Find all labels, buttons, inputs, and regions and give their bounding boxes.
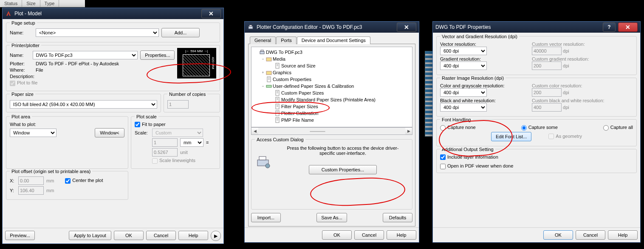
tree-node[interactable]: −Media <box>252 56 411 62</box>
plot-cancel-button[interactable]: Cancel <box>146 231 176 240</box>
printer-large-icon <box>255 153 272 170</box>
y-input[interactable] <box>18 186 44 195</box>
saveas-button[interactable]: Save As... <box>316 213 347 222</box>
tree-node[interactable]: PMP File Name <box>252 117 411 123</box>
close-icon[interactable]: ✕ <box>397 22 416 32</box>
tree-node[interactable]: Custom Properties <box>252 76 411 83</box>
cbw-unit: dpi <box>563 105 569 110</box>
plot-ok-button[interactable]: OK <box>114 231 144 240</box>
tree-node-label: Custom Properties <box>273 76 311 83</box>
preview-button[interactable]: Preview... <box>5 231 35 240</box>
acd-text: Press the following button to access the… <box>277 145 409 156</box>
import-button[interactable]: Import... <box>251 213 281 222</box>
tree-node[interactable]: Filter Paper Sizes <box>252 103 411 110</box>
fit-to-paper-checkbox[interactable]: Fit to paper <box>135 122 166 127</box>
folder-icon <box>266 70 272 76</box>
expand-arrow-icon[interactable]: ▶ <box>211 231 221 241</box>
tree-node[interactable]: +Graphics <box>252 69 411 76</box>
tree-node-label: Modify Standard Paper Sizes (Printable A… <box>281 96 376 103</box>
tree-node-label: Media <box>273 56 285 62</box>
add-button[interactable]: Add... <box>161 28 200 37</box>
scale-unit-select[interactable]: mm <box>180 138 203 147</box>
svg-rect-5 <box>266 58 271 61</box>
radio-capture-some[interactable]: Capture some <box>521 125 558 131</box>
gres-select[interactable]: 400 dpi <box>440 62 487 70</box>
cvres-input[interactable] <box>532 47 562 55</box>
whattoplot-select[interactable]: Window <box>10 129 56 137</box>
as-geometry-checkbox[interactable]: As geometry <box>548 134 582 140</box>
apply-layout-button[interactable]: Apply to Layout <box>69 231 111 240</box>
include-layer-checkbox[interactable]: Include layer information <box>440 154 498 159</box>
ccr-input[interactable] <box>532 88 562 97</box>
tab-general[interactable]: General <box>250 36 276 44</box>
properties-button[interactable]: Properties... <box>140 50 175 60</box>
tree-node-label: Filter Paper Sizes <box>281 103 318 110</box>
background-toolbar: Status Size Type <box>0 0 85 7</box>
pce-help-button[interactable]: Help <box>387 230 416 240</box>
tree-node[interactable]: Modify Standard Paper Sizes (Printable A… <box>252 96 411 103</box>
tree-node-label: PMP File Name <box>281 117 314 123</box>
cbw-label: Custom black and white resolution: <box>532 98 604 103</box>
defaults-button[interactable]: Defaults <box>383 213 412 222</box>
tree-node-label: User-defined Paper Sizes & Calibration <box>273 83 354 90</box>
pce-cancel-button[interactable]: Cancel <box>354 230 384 240</box>
svg-rect-4 <box>261 50 263 51</box>
pce-ok-button[interactable]: OK <box>322 230 352 240</box>
papersize-group: Paper size ISO full bleed A2 (594.00 x 4… <box>6 94 161 112</box>
numcopies-input[interactable] <box>167 100 189 109</box>
plot-title: Plot - Model <box>14 11 42 17</box>
background-fragment <box>425 51 433 137</box>
pagesetup-title: Page setup <box>10 20 37 25</box>
where-label: Where: <box>10 67 33 73</box>
window-button[interactable]: Window< <box>95 128 124 137</box>
close-icon[interactable]: ✕ <box>201 9 221 18</box>
plot-to-file-checkbox[interactable]: Plot to file <box>10 80 37 86</box>
vres-select[interactable]: 600 dpi <box>440 47 487 55</box>
printer-name-select[interactable]: DWG To PDF.pc3 <box>33 51 138 59</box>
pce-titlebar[interactable]: Plotter Configuration Editor - DWG To PD… <box>245 22 419 33</box>
radio-capture-none[interactable]: Capture none <box>440 125 476 131</box>
tree-node-label: DWG To PDF.pc3 <box>266 49 302 56</box>
scale-num-input[interactable] <box>152 138 178 147</box>
help-icon[interactable]: ? <box>603 22 616 32</box>
cgres-input[interactable] <box>532 62 562 70</box>
edit-font-list-button[interactable]: Edit Font List... <box>491 132 531 141</box>
vector-gradient-group: Vector and Gradient Resolution (dpi) Vec… <box>436 36 637 75</box>
pagesetup-group: Page setup Name: <None> Add... <box>6 22 220 42</box>
tree-node[interactable]: −User-defined Paper Sizes & Calibration <box>252 83 411 90</box>
numcopies-title: Number of copies <box>167 92 207 97</box>
cbw-input[interactable] <box>532 103 562 112</box>
tree-hscrollbar[interactable]: ◀▶ <box>251 127 412 135</box>
close-icon[interactable]: ✕ <box>618 22 638 32</box>
custom-properties-button[interactable]: Custom Properties... <box>309 165 377 174</box>
plot-titlebar[interactable]: Plot - Model ✕ <box>3 8 223 19</box>
scale-den-input[interactable] <box>152 148 178 157</box>
props-ok-button[interactable]: OK <box>543 230 573 240</box>
x-input[interactable] <box>18 176 44 185</box>
radio-capture-all[interactable]: Capture all <box>603 125 633 131</box>
dwgprops-titlebar[interactable]: DWG To PDF Properties ? ✕ <box>433 22 640 33</box>
papersize-select[interactable]: ISO full bleed A2 (594.00 x 420.00 MM) <box>10 100 157 109</box>
svg-rect-13 <box>266 85 271 87</box>
tree-node[interactable]: Source and Size <box>252 62 411 69</box>
scale-lineweights-checkbox[interactable]: Scale lineweights <box>152 158 195 164</box>
plot-help-button[interactable]: Help <box>178 231 208 240</box>
props-help-button[interactable]: Help <box>608 230 638 240</box>
tree-node[interactable]: DWG To PDF.pc3 <box>252 49 411 56</box>
page-icon <box>274 97 280 103</box>
props-cancel-button[interactable]: Cancel <box>576 230 605 240</box>
printer-icon <box>247 24 254 31</box>
pagesetup-name-select[interactable]: <None> <box>36 28 159 37</box>
tab-ports[interactable]: Ports <box>276 36 297 44</box>
cg-select[interactable]: 400 dpi <box>440 88 487 97</box>
open-pdf-checkbox[interactable]: Open in PDF viewer when done <box>440 163 513 168</box>
tree-node[interactable]: Plotter Calibration <box>252 110 411 117</box>
bw-select[interactable]: 400 dpi <box>440 103 487 112</box>
tab-device-settings[interactable]: Device and Document Settings <box>297 36 370 44</box>
plotoffset-group: Plot offset (origin set to printable are… <box>6 171 128 200</box>
center-plot-checkbox[interactable]: Center the plot <box>65 178 103 184</box>
scale-select[interactable]: Custom <box>152 129 203 137</box>
tree-node[interactable]: Custom Paper Sizes <box>252 90 411 96</box>
page-icon <box>274 90 280 96</box>
pce-tree[interactable]: DWG To PDF.pc3−MediaSource and Size +Gra… <box>251 47 412 127</box>
